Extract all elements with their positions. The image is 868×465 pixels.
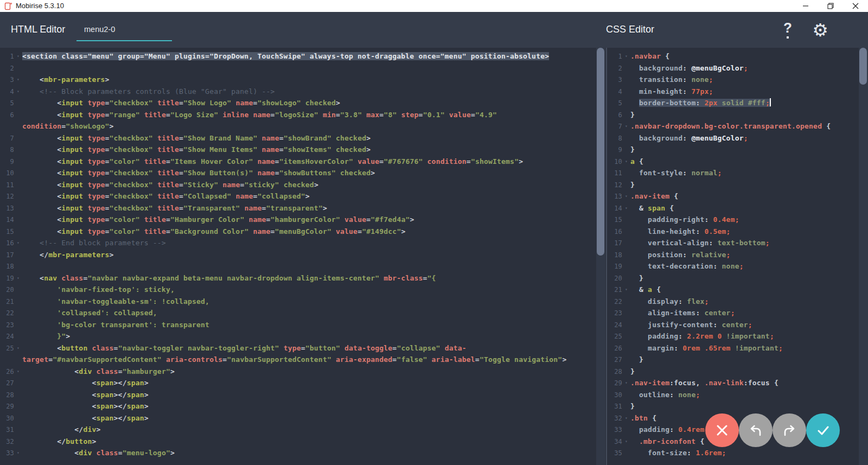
code-line[interactable]: 28} [608, 366, 831, 378]
close-button[interactable] [843, 0, 868, 12]
minimize-button[interactable] [793, 0, 818, 12]
fold-arrow-icon[interactable]: ▾ [622, 120, 630, 132]
code-line[interactable]: 28 <span></span> [0, 389, 566, 401]
code-line[interactable]: 23 align-items: center; [608, 307, 831, 319]
fold-arrow-icon[interactable]: ▾ [622, 436, 630, 448]
fold-arrow-icon[interactable]: ▾ [14, 74, 22, 86]
cancel-button[interactable] [705, 413, 739, 447]
fold-arrow-icon[interactable]: ▾ [622, 156, 630, 168]
code-line[interactable]: 18 [0, 260, 566, 272]
code-line[interactable]: 21 'navbar-toggleable-sm': !collapsed, [0, 296, 566, 308]
fold-arrow-icon[interactable]: ▾ [622, 50, 630, 62]
code-line[interactable]: 8 background: @menuBgColor; [608, 132, 831, 144]
code-line[interactable]: 18 position: relative; [608, 249, 831, 261]
code-line[interactable]: 27 } [608, 354, 831, 366]
code-line[interactable]: 21▾ & a { [608, 284, 831, 296]
code-line[interactable]: 31} [608, 400, 831, 412]
fold-arrow-icon[interactable]: ▾ [622, 190, 630, 202]
code-line[interactable]: 10▾a { [608, 156, 831, 168]
code-line[interactable]: 22 'collapsed': collapsed, [0, 307, 566, 319]
gear-icon[interactable]: ⚙ [809, 20, 831, 41]
code-line[interactable]: 26 margin: 0rem .65rem !important; [608, 342, 831, 354]
fold-arrow-icon[interactable]: ▾ [622, 377, 630, 389]
code-line[interactable]: 3 transition: none; [608, 74, 831, 86]
code-line[interactable]: 29 <span></span> [0, 400, 566, 412]
fold-arrow-icon[interactable]: ▾ [14, 272, 22, 284]
code-line[interactable]: 12 <input type="checkbox" title="Collaps… [0, 190, 566, 202]
fold-arrow-icon[interactable]: ▾ [14, 342, 22, 354]
html-code-editor[interactable]: 1▾<section class="menu" group="Menu" plu… [0, 48, 596, 465]
code-line[interactable]: 27 <span></span> [0, 377, 566, 389]
code-line[interactable]: 32 </button> [0, 436, 566, 448]
code-line[interactable]: 6 <input type="range" title="Logo Size" … [0, 109, 566, 121]
restore-button[interactable] [818, 0, 843, 12]
redo-button[interactable] [773, 413, 806, 447]
code-line[interactable]: 22 display: flex; [608, 296, 831, 308]
code-line[interactable]: 10 <input type="checkbox" title="Show Bu… [0, 167, 566, 179]
fold-arrow-icon[interactable]: ▾ [14, 50, 22, 62]
css-code-editor[interactable]: 1▾.navbar {2 background: @menuBgColor;3 … [608, 48, 859, 465]
code-line[interactable]: 19▾ <nav class="navbar navbar-expand bet… [0, 272, 566, 284]
code-line[interactable]: 26▾ <div class="hamburger"> [0, 366, 566, 378]
html-scrollbar[interactable] [596, 48, 605, 465]
code-line[interactable]: 15 padding-right: 0.4em; [608, 214, 831, 226]
code-line[interactable]: 25 padding: 2.2rem 0 !important; [608, 330, 831, 342]
code-line[interactable]: 19 text-decoration: none; [608, 260, 831, 272]
code-line[interactable]: 7 <input type="checkbox" title="Show Bra… [0, 132, 566, 144]
code-line[interactable]: 20 'navbar-fixed-top': sticky, [0, 284, 566, 296]
code-line[interactable]: 4 min-height: 77px; [608, 86, 831, 98]
code-line[interactable]: 5 border-bottom: 2px solid #fff; [608, 97, 831, 109]
code-line[interactable]: 29▾.nav-item:focus, .nav-link:focus { [608, 377, 831, 389]
code-line[interactable]: 5 <input type="checkbox" title="Show Log… [0, 97, 566, 109]
fold-arrow-icon[interactable]: ▾ [622, 284, 630, 296]
code-line[interactable]: 1▾<section class="menu" group="Menu" plu… [0, 50, 566, 62]
code-line[interactable]: 35 font-size: 1.6rem; [608, 447, 831, 459]
code-line[interactable]: 9} [608, 144, 831, 156]
code-line[interactable]: 1▾.navbar { [608, 50, 831, 62]
fold-arrow-icon[interactable]: ▾ [14, 447, 22, 459]
code-line[interactable]: 20 } [608, 272, 831, 284]
code-line[interactable]: 4▾ <!-- Block parameters controls (Blue … [0, 86, 566, 98]
fold-arrow-icon[interactable]: ▾ [622, 412, 630, 424]
code-line[interactable]: 9 <input type="color" title="Items Hover… [0, 156, 566, 168]
code-line[interactable]: 15 <input type="color" title="Background… [0, 226, 566, 238]
fold-arrow-icon[interactable]: ▾ [14, 366, 22, 378]
code-line[interactable]: 2 [0, 62, 566, 74]
apply-button[interactable] [806, 413, 840, 447]
code-line[interactable]: 14 <input type="color" title="Hamburger … [0, 214, 566, 226]
code-line[interactable]: 30 <span></span> [0, 412, 566, 424]
code-line[interactable]: 8 <input type="checkbox" title="Show Men… [0, 144, 566, 156]
code-line[interactable]: 12} [608, 179, 831, 191]
code-line[interactable]: 17 vertical-align: text-bottom; [608, 237, 831, 249]
fold-arrow-icon[interactable]: ▾ [14, 86, 22, 98]
code-line[interactable]: condition="showLogo"> [0, 120, 566, 132]
help-icon[interactable]: ? [778, 20, 797, 41]
code-line[interactable]: 13 <input type="checkbox" title="Transpa… [0, 202, 566, 214]
code-line[interactable]: 11 font-style: normal; [608, 167, 831, 179]
code-line[interactable]: 2 background: @menuBgColor; [608, 62, 831, 74]
tab-menu2-0[interactable]: menu2-0 [76, 12, 172, 48]
code-line[interactable]: 3▾ <mbr-parameters> [0, 74, 566, 86]
code-line[interactable]: 14▾ & span { [608, 202, 831, 214]
css-scrollbar-thumb[interactable] [859, 48, 867, 85]
css-scrollbar[interactable] [859, 48, 868, 465]
code-line[interactable]: 23 'bg-color transparent': transparent [0, 319, 566, 331]
code-line[interactable]: target="#navbarSupportedContent" aria-co… [0, 354, 566, 366]
code-line[interactable]: 16▾ <!-- End block parameters --> [0, 237, 566, 249]
code-line[interactable]: 6} [608, 109, 831, 121]
code-line[interactable]: 24 }"> [0, 330, 566, 342]
undo-button[interactable] [739, 413, 773, 447]
code-line[interactable]: 24 justify-content: center; [608, 319, 831, 331]
fold-arrow-icon[interactable]: ▾ [14, 237, 22, 249]
code-line[interactable]: 33▾ <div class="menu-logo"> [0, 447, 566, 459]
code-line[interactable]: 11 <input type="checkbox" title="Sticky"… [0, 179, 566, 191]
code-line[interactable]: 16 line-height: 0.5em; [608, 226, 831, 238]
fold-arrow-icon[interactable]: ▾ [622, 202, 630, 214]
code-line[interactable]: 31 </div> [0, 424, 566, 436]
code-line[interactable]: 30 outline: none; [608, 389, 831, 401]
code-line[interactable]: 17 </mbr-parameters> [0, 249, 566, 261]
code-line[interactable]: 13▾.nav-item { [608, 190, 831, 202]
code-line[interactable]: 7▾.navbar-dropdown.bg-color.transparent.… [608, 120, 831, 132]
html-scrollbar-thumb[interactable] [597, 48, 604, 256]
code-line[interactable]: 25▾ <button class="navbar-toggler navbar… [0, 342, 566, 354]
